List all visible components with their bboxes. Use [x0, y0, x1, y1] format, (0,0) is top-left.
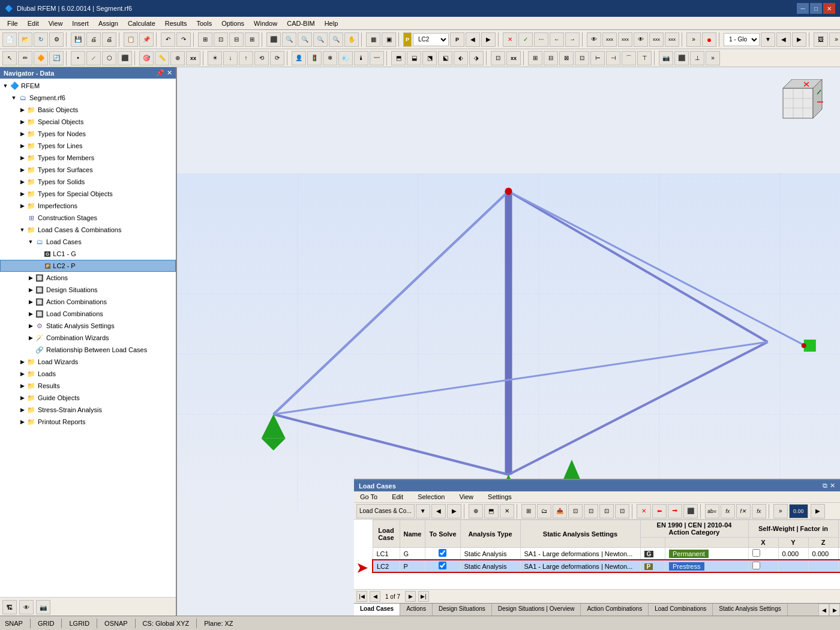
- tree-item-segment[interactable]: ▼ 🗂 Segment.rf6: [0, 92, 176, 104]
- expand-special2[interactable]: ▶: [18, 190, 26, 198]
- panel-tb-delete[interactable]: ✕: [500, 504, 514, 518]
- menu-window[interactable]: Window: [249, 19, 282, 28]
- menu-insert[interactable]: Insert: [67, 19, 94, 28]
- navigator-close[interactable]: ✕: [167, 69, 172, 77]
- tb2-fence[interactable]: ⊞: [528, 51, 542, 65]
- tb2-shapes[interactable]: 🔶: [34, 51, 48, 65]
- tree-item-guide-objects[interactable]: ▶ 📁 Guide Objects: [0, 392, 176, 404]
- tree-item-design-situations[interactable]: ▶ 🔲 Design Situations: [0, 284, 176, 296]
- panel-tb-delete2[interactable]: ✕: [637, 504, 651, 518]
- panel-tb-duplicate[interactable]: ⬒: [484, 504, 499, 518]
- tb2-move[interactable]: ⬓: [407, 51, 421, 65]
- btab-action-comb[interactable]: Action Combinations: [581, 604, 649, 617]
- tb-copy[interactable]: 📋: [124, 32, 138, 47]
- expand-special[interactable]: ▶: [18, 118, 26, 126]
- tb-open[interactable]: 📂: [18, 32, 32, 47]
- tree-item-stress-strain[interactable]: ▶ 📁 Stress-Strain Analysis: [0, 404, 176, 416]
- expand-results[interactable]: ▶: [18, 382, 26, 390]
- tb2-intersect[interactable]: ⊠: [559, 51, 574, 65]
- tb2-more[interactable]: »: [706, 51, 720, 65]
- panel-float-btn[interactable]: ⧉: [823, 482, 827, 490]
- tree-item-relationship[interactable]: ▶ 🔗 Relationship Between Load Cases: [0, 344, 176, 356]
- panel-tb-fx[interactable]: fx: [721, 504, 735, 518]
- expand-guide[interactable]: ▶: [18, 394, 26, 402]
- tree-item-load-cases[interactable]: ▼ 🗂 Load Cases: [0, 236, 176, 248]
- tree-item-construction[interactable]: ▶ ⊞ Construction Stages: [0, 212, 176, 224]
- tb2-camera[interactable]: 📷: [659, 51, 673, 65]
- panel-tb-arrow-back[interactable]: ⬅: [652, 504, 667, 518]
- tb2-temp[interactable]: 🌡: [354, 51, 368, 65]
- expand-load-comb2[interactable]: ▶: [26, 310, 35, 318]
- tb2-load1[interactable]: ↓: [223, 51, 238, 65]
- btab-load-cases[interactable]: Load Cases: [354, 604, 400, 617]
- table-row[interactable]: LC1 G Static Analysis SA1 - Large deform…: [373, 548, 840, 560]
- tb2-snow[interactable]: ❄: [323, 51, 337, 65]
- panel-tb-open-table[interactable]: 🗂: [537, 504, 551, 518]
- tb2-load3[interactable]: ⟲: [254, 51, 269, 65]
- navigation-cube[interactable]: [774, 79, 828, 133]
- tree-item-actions[interactable]: ▶ 🔲 Actions: [0, 272, 176, 284]
- tb-prev-lc[interactable]: ◀: [466, 32, 480, 47]
- tb-render[interactable]: 🖼: [814, 32, 828, 47]
- tb2-rotate[interactable]: 🔄: [49, 51, 64, 65]
- panel-tb-export[interactable]: 📤: [553, 504, 567, 518]
- tb-zoom-sel[interactable]: 🔍: [329, 32, 343, 47]
- tb2-scale[interactable]: ⬖: [454, 51, 468, 65]
- expand-imperf[interactable]: ▶: [18, 202, 26, 210]
- expand-actions[interactable]: ▶: [26, 274, 35, 282]
- tb-xxx4[interactable]: xxx: [665, 32, 679, 47]
- td-lc2-swx[interactable]: [748, 560, 778, 572]
- expand-lines[interactable]: ▶: [18, 142, 26, 150]
- tb2-people[interactable]: 👤: [292, 51, 306, 65]
- tb2-fillet[interactable]: ⌒: [622, 51, 636, 65]
- btab-static-settings[interactable]: Static Analysis Settings: [713, 604, 787, 617]
- btab-load-comb[interactable]: Load Combinations: [649, 604, 713, 617]
- tree-item-types-surfaces[interactable]: ▶ 📁 Types for Surfaces: [0, 164, 176, 176]
- nav-first[interactable]: |◀: [356, 591, 367, 602]
- panel-tb-fx3[interactable]: fx: [752, 504, 766, 518]
- tb2-project[interactable]: ⬗: [469, 51, 484, 65]
- btab-scroll-left[interactable]: ◀: [818, 604, 829, 617]
- panel-menu-goto[interactable]: Go To: [356, 493, 381, 501]
- tb2-snap[interactable]: 🎯: [139, 51, 154, 65]
- expand-solids[interactable]: ▶: [18, 178, 26, 186]
- btab-design-sit-overview[interactable]: Design Situations | Overview: [492, 604, 581, 617]
- panel-tb-dropdown-arrow[interactable]: ▼: [416, 504, 430, 518]
- tb-next-lc[interactable]: ▶: [481, 32, 496, 47]
- close-button[interactable]: ✕: [823, 3, 835, 14]
- tb-pan[interactable]: ✋: [344, 32, 359, 47]
- tb2-copy2[interactable]: ⬒: [391, 51, 406, 65]
- tb-cs-next[interactable]: ▶: [792, 32, 806, 47]
- tb2-divide[interactable]: ⊟: [544, 51, 558, 65]
- menu-file[interactable]: File: [2, 19, 23, 28]
- tree-item-types-solids[interactable]: ▶ 📁 Types for Solids: [0, 176, 176, 188]
- btab-actions[interactable]: Actions: [400, 604, 433, 617]
- tree-item-lc1[interactable]: ▶ G LC1 - G: [0, 248, 176, 260]
- tree-item-types-members[interactable]: ▶ 📁 Types for Members: [0, 152, 176, 164]
- tb2-solid[interactable]: ⬛: [118, 51, 132, 65]
- tb2-trim[interactable]: ⊡: [575, 51, 589, 65]
- table-row[interactable]: LC2 P Static Analysis SA1 - Large deform…: [373, 560, 840, 572]
- tb-view2[interactable]: ▣: [382, 32, 396, 47]
- tb-grid1[interactable]: ⊞: [198, 32, 212, 47]
- tb2-axis[interactable]: ⊕: [170, 51, 185, 65]
- tb-eye2[interactable]: 👁: [634, 32, 648, 47]
- panel-tb-filter1[interactable]: ⊡: [568, 504, 583, 518]
- expand-load-wiz[interactable]: ▶: [18, 358, 26, 366]
- tb-x-mark[interactable]: ✕: [503, 32, 517, 47]
- expand-comb-wiz[interactable]: ▶: [26, 334, 35, 342]
- tb-eye[interactable]: 👁: [587, 32, 601, 47]
- panel-tb-zero[interactable]: 0.00: [789, 504, 808, 518]
- menu-tools[interactable]: Tools: [191, 19, 217, 28]
- window-controls[interactable]: ─ □ ✕: [797, 3, 835, 14]
- panel-tb-more[interactable]: »: [773, 504, 788, 518]
- tb-arrow-right[interactable]: →: [565, 32, 580, 47]
- tb-3d[interactable]: ⬛: [266, 32, 281, 47]
- panel-tb-filter4[interactable]: ⊡: [615, 504, 629, 518]
- panel-menu-edit[interactable]: Edit: [388, 493, 407, 501]
- expand-loads[interactable]: ▶: [18, 370, 26, 378]
- tb2-load2[interactable]: ↑: [239, 51, 253, 65]
- coord-sys-dropdown[interactable]: 1 - Global XYZ: [724, 33, 760, 46]
- tree-item-comb-wizards[interactable]: ▶ 🪄 Combination Wizards: [0, 332, 176, 344]
- nav-next[interactable]: ▶: [405, 591, 416, 602]
